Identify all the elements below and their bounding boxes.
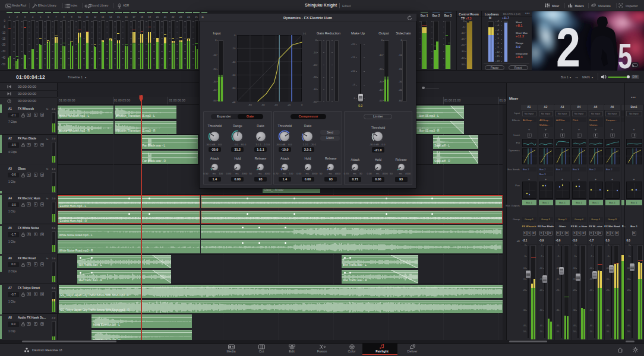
svg-text:2: 2 <box>556 17 580 71</box>
svg-text:5: 5 <box>618 36 632 71</box>
